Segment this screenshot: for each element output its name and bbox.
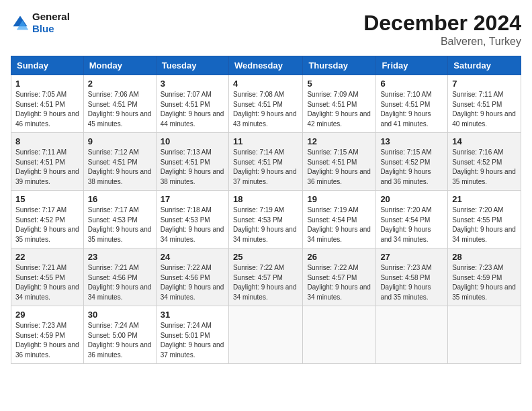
day-detail: Sunrise: 7:19 AMSunset: 4:54 PMDaylight:…	[307, 205, 371, 244]
calendar-cell: 5Sunrise: 7:09 AMSunset: 4:51 PMDaylight…	[303, 75, 376, 133]
day-number: 24	[161, 252, 224, 262]
day-number: 5	[307, 79, 371, 89]
day-number: 21	[452, 194, 517, 204]
calendar-header-row: SundayMondayTuesdayWednesdayThursdayFrid…	[11, 56, 521, 75]
day-number: 30	[88, 310, 152, 320]
calendar-cell	[228, 306, 302, 364]
day-number: 13	[380, 136, 443, 146]
calendar-week-row: 29Sunrise: 7:23 AMSunset: 4:59 PMDayligh…	[11, 306, 521, 364]
day-detail: Sunrise: 7:05 AMSunset: 4:51 PMDaylight:…	[15, 90, 79, 129]
header-monday: Monday	[83, 56, 156, 75]
calendar-cell: 25Sunrise: 7:22 AMSunset: 4:57 PMDayligh…	[228, 248, 302, 306]
day-detail: Sunrise: 7:23 AMSunset: 4:59 PMDaylight:…	[15, 321, 79, 360]
calendar-cell: 8Sunrise: 7:11 AMSunset: 4:51 PMDaylight…	[11, 133, 84, 191]
day-number: 17	[161, 194, 224, 204]
calendar-week-row: 1Sunrise: 7:05 AMSunset: 4:51 PMDaylight…	[11, 75, 521, 133]
calendar-cell: 7Sunrise: 7:11 AMSunset: 4:51 PMDaylight…	[448, 75, 521, 133]
day-number: 2	[88, 79, 152, 89]
day-number: 3	[161, 79, 224, 89]
header-friday: Friday	[376, 56, 448, 75]
day-number: 15	[15, 194, 79, 204]
day-detail: Sunrise: 7:23 AMSunset: 4:58 PMDaylight:…	[380, 263, 443, 302]
calendar-cell	[303, 306, 376, 364]
day-number: 4	[233, 79, 298, 89]
day-detail: Sunrise: 7:08 AMSunset: 4:51 PMDaylight:…	[233, 90, 298, 129]
calendar-cell: 10Sunrise: 7:13 AMSunset: 4:51 PMDayligh…	[156, 133, 228, 191]
calendar-cell: 30Sunrise: 7:24 AMSunset: 5:00 PMDayligh…	[83, 306, 156, 364]
header-wednesday: Wednesday	[228, 56, 302, 75]
day-number: 19	[307, 194, 371, 204]
page-header: General Blue December 2024 Balveren, Tur…	[11, 11, 521, 48]
day-detail: Sunrise: 7:19 AMSunset: 4:53 PMDaylight:…	[233, 205, 298, 244]
day-detail: Sunrise: 7:22 AMSunset: 4:57 PMDaylight:…	[233, 263, 298, 302]
calendar-cell: 31Sunrise: 7:24 AMSunset: 5:01 PMDayligh…	[156, 306, 228, 364]
day-number: 11	[233, 136, 298, 146]
calendar-cell: 3Sunrise: 7:07 AMSunset: 4:51 PMDaylight…	[156, 75, 228, 133]
day-detail: Sunrise: 7:23 AMSunset: 4:59 PMDaylight:…	[452, 263, 517, 302]
day-detail: Sunrise: 7:14 AMSunset: 4:51 PMDaylight:…	[233, 148, 298, 187]
day-number: 12	[307, 136, 371, 146]
day-detail: Sunrise: 7:11 AMSunset: 4:51 PMDaylight:…	[15, 148, 79, 187]
day-detail: Sunrise: 7:20 AMSunset: 4:54 PMDaylight:…	[380, 205, 443, 244]
day-number: 14	[452, 136, 517, 146]
calendar-cell: 1Sunrise: 7:05 AMSunset: 4:51 PMDaylight…	[11, 75, 84, 133]
day-number: 22	[15, 252, 79, 262]
calendar-cell: 18Sunrise: 7:19 AMSunset: 4:53 PMDayligh…	[228, 191, 302, 248]
day-detail: Sunrise: 7:15 AMSunset: 4:52 PMDaylight:…	[380, 148, 443, 187]
header-sunday: Sunday	[11, 56, 84, 75]
day-detail: Sunrise: 7:20 AMSunset: 4:55 PMDaylight:…	[452, 205, 517, 244]
day-detail: Sunrise: 7:07 AMSunset: 4:51 PMDaylight:…	[161, 90, 224, 129]
day-detail: Sunrise: 7:17 AMSunset: 4:53 PMDaylight:…	[88, 205, 152, 244]
title-block: December 2024 Balveren, Turkey	[363, 11, 521, 48]
calendar-table: SundayMondayTuesdayWednesdayThursdayFrid…	[11, 56, 521, 364]
calendar-cell: 22Sunrise: 7:21 AMSunset: 4:55 PMDayligh…	[11, 248, 84, 306]
calendar-cell: 27Sunrise: 7:23 AMSunset: 4:58 PMDayligh…	[376, 248, 448, 306]
day-detail: Sunrise: 7:24 AMSunset: 5:01 PMDaylight:…	[161, 321, 224, 360]
day-detail: Sunrise: 7:18 AMSunset: 4:53 PMDaylight:…	[161, 205, 224, 244]
day-number: 28	[452, 252, 517, 262]
day-detail: Sunrise: 7:21 AMSunset: 4:56 PMDaylight:…	[88, 263, 152, 302]
day-detail: Sunrise: 7:24 AMSunset: 5:00 PMDaylight:…	[88, 321, 152, 360]
day-number: 7	[452, 79, 517, 89]
calendar-cell: 29Sunrise: 7:23 AMSunset: 4:59 PMDayligh…	[11, 306, 84, 364]
calendar-week-row: 22Sunrise: 7:21 AMSunset: 4:55 PMDayligh…	[11, 248, 521, 306]
calendar-cell: 20Sunrise: 7:20 AMSunset: 4:54 PMDayligh…	[376, 191, 448, 248]
logo-text: General Blue	[32, 11, 70, 35]
day-number: 18	[233, 194, 298, 204]
location: Balveren, Turkey	[363, 36, 521, 48]
calendar-cell: 13Sunrise: 7:15 AMSunset: 4:52 PMDayligh…	[376, 133, 448, 191]
calendar-week-row: 15Sunrise: 7:17 AMSunset: 4:52 PMDayligh…	[11, 191, 521, 248]
calendar-cell	[448, 306, 521, 364]
calendar-cell: 19Sunrise: 7:19 AMSunset: 4:54 PMDayligh…	[303, 191, 376, 248]
logo: General Blue	[11, 11, 70, 35]
header-thursday: Thursday	[303, 56, 376, 75]
header-tuesday: Tuesday	[156, 56, 228, 75]
calendar-cell: 9Sunrise: 7:12 AMSunset: 4:51 PMDaylight…	[83, 133, 156, 191]
day-detail: Sunrise: 7:22 AMSunset: 4:56 PMDaylight:…	[161, 263, 224, 302]
day-number: 10	[161, 136, 224, 146]
day-detail: Sunrise: 7:22 AMSunset: 4:57 PMDaylight:…	[307, 263, 371, 302]
day-detail: Sunrise: 7:09 AMSunset: 4:51 PMDaylight:…	[307, 90, 371, 129]
calendar-cell: 16Sunrise: 7:17 AMSunset: 4:53 PMDayligh…	[83, 191, 156, 248]
calendar-cell: 6Sunrise: 7:10 AMSunset: 4:51 PMDaylight…	[376, 75, 448, 133]
day-detail: Sunrise: 7:21 AMSunset: 4:55 PMDaylight:…	[15, 263, 79, 302]
day-detail: Sunrise: 7:12 AMSunset: 4:51 PMDaylight:…	[88, 148, 152, 187]
day-number: 25	[233, 252, 298, 262]
day-number: 29	[15, 310, 79, 320]
day-number: 9	[88, 136, 152, 146]
calendar-cell: 4Sunrise: 7:08 AMSunset: 4:51 PMDaylight…	[228, 75, 302, 133]
day-number: 23	[88, 252, 152, 262]
day-detail: Sunrise: 7:11 AMSunset: 4:51 PMDaylight:…	[452, 90, 517, 129]
logo-icon	[11, 13, 30, 32]
day-number: 27	[380, 252, 443, 262]
day-detail: Sunrise: 7:10 AMSunset: 4:51 PMDaylight:…	[380, 90, 443, 129]
calendar-cell: 26Sunrise: 7:22 AMSunset: 4:57 PMDayligh…	[303, 248, 376, 306]
month-title: December 2024	[363, 11, 521, 36]
calendar-cell: 12Sunrise: 7:15 AMSunset: 4:51 PMDayligh…	[303, 133, 376, 191]
calendar-cell: 2Sunrise: 7:06 AMSunset: 4:51 PMDaylight…	[83, 75, 156, 133]
header-saturday: Saturday	[448, 56, 521, 75]
calendar-cell: 14Sunrise: 7:16 AMSunset: 4:52 PMDayligh…	[448, 133, 521, 191]
calendar-cell	[376, 306, 448, 364]
calendar-cell: 11Sunrise: 7:14 AMSunset: 4:51 PMDayligh…	[228, 133, 302, 191]
calendar-week-row: 8Sunrise: 7:11 AMSunset: 4:51 PMDaylight…	[11, 133, 521, 191]
